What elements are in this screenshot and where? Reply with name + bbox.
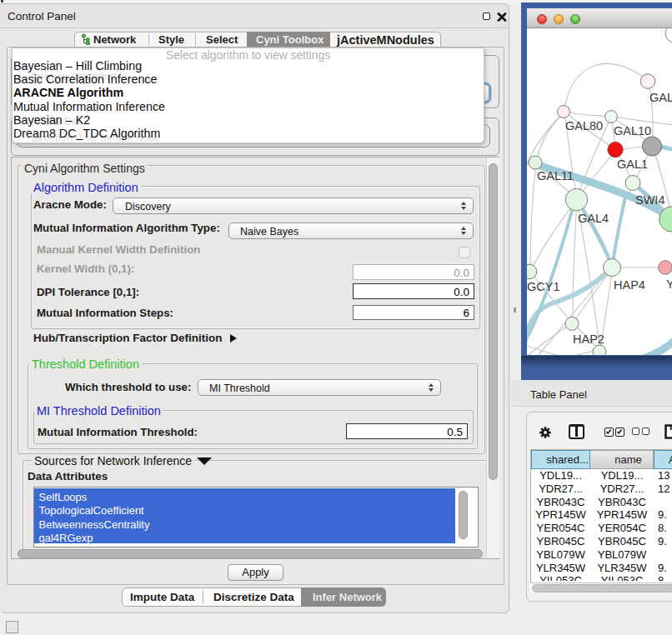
svg-text:HAP4: HAP4 [614,278,645,292]
svg-text:GCY1: GCY1 [527,280,560,293]
svg-text:GAL80: GAL80 [565,119,603,132]
svg-text:Y: Y [666,278,672,291]
svg-text:GAL11: GAL11 [537,169,574,182]
svg-text:GAL8: GAL8 [649,91,672,104]
svg-text:GAL1: GAL1 [617,158,648,171]
svg-text:GAL10: GAL10 [614,124,651,138]
svg-text:GAL4: GAL4 [578,212,609,225]
svg-text:SWI4: SWI4 [635,193,664,207]
svg-text:HAP2: HAP2 [573,332,604,346]
